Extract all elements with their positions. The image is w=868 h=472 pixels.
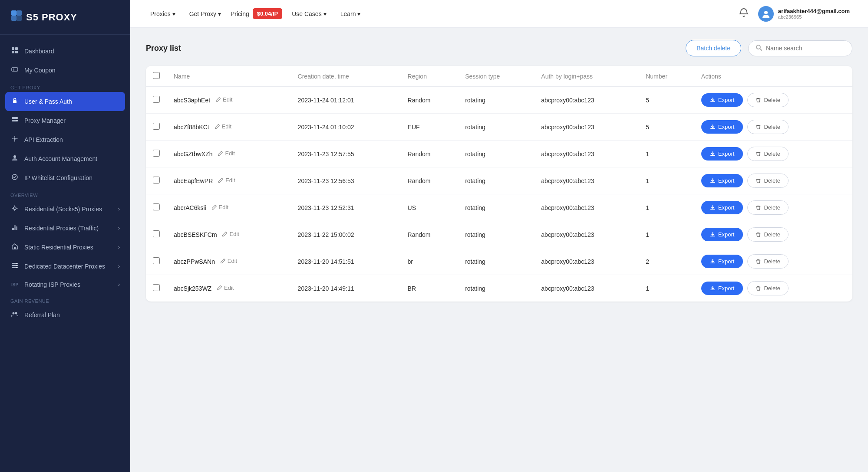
notification-bell-button[interactable]	[736, 4, 752, 23]
svg-rect-5	[15, 47, 18, 50]
delete-button-7[interactable]: Delete	[747, 281, 789, 295]
cell-session-2: rotating	[458, 141, 534, 167]
sidebar-item-rotating-isp[interactable]: ISP Rotating ISP Proxies ›	[0, 276, 130, 293]
delete-button-3[interactable]: Delete	[747, 174, 789, 188]
logo-icon	[10, 10, 23, 25]
sidebar-item-dedicated-datacenter[interactable]: Dedicated Datacenter Proxies ›	[0, 257, 130, 276]
nav-proxies-label: Proxies	[150, 10, 171, 17]
nav-use-cases[interactable]: Use Cases ▾	[286, 7, 332, 21]
export-button-7[interactable]: Export	[701, 282, 743, 295]
delete-button-0[interactable]: Delete	[747, 93, 789, 107]
table-row: abcBSESKFCm Edit 2023-11-22 15:00:02 Ran…	[146, 221, 852, 248]
user-menu-button[interactable]: arifaakhter444@gmail.com abc236965	[754, 3, 854, 24]
sidebar-item-referral[interactable]: Referral Plan	[0, 305, 130, 324]
row-checkbox-4[interactable]	[153, 203, 160, 210]
sidebar-item-ip-whitelist[interactable]: IP Whitelist Configuration	[0, 168, 130, 187]
search-icon	[756, 44, 762, 52]
cell-datetime-1: 2023-11-24 01:10:02	[291, 114, 401, 141]
delete-button-4[interactable]: Delete	[747, 200, 789, 215]
sidebar-item-residential-traffic[interactable]: Residential Proxies (Traffic) ›	[0, 219, 130, 238]
main-area: Proxies ▾ Get Proxy ▾ Pricing $0.04/IP U…	[130, 0, 868, 472]
edit-button-7[interactable]: Edit	[217, 285, 234, 291]
delete-button-6[interactable]: Delete	[747, 254, 789, 269]
cell-auth-4: abcproxy00:abc123	[534, 194, 639, 221]
api-icon	[10, 135, 19, 144]
cell-region-0: Random	[401, 87, 459, 114]
pricing-badge: $0.04/IP	[253, 8, 282, 19]
cell-datetime-2: 2023-11-23 12:57:55	[291, 141, 401, 167]
cell-auth-7: abcproxy00:abc123	[534, 275, 639, 302]
sidebar-item-api-extraction[interactable]: API Extraction	[0, 130, 130, 149]
sidebar-item-dashboard[interactable]: Dashboard	[0, 42, 130, 61]
user-id: abc236965	[778, 14, 850, 20]
delete-button-2[interactable]: Delete	[747, 147, 789, 161]
chevron-right-icon-4: ›	[118, 263, 120, 269]
cell-actions-0: Export Delete	[694, 87, 852, 114]
sidebar-item-proxy-manager[interactable]: Proxy Manager	[0, 111, 130, 130]
cell-number-3: 1	[639, 167, 694, 194]
cell-region-3: Random	[401, 167, 459, 194]
edit-button-6[interactable]: Edit	[220, 258, 237, 264]
nav-pricing[interactable]: Pricing $0.04/IP	[229, 8, 284, 19]
sidebar-item-my-coupon[interactable]: My Coupon	[0, 61, 130, 80]
proxy-name-5: abcBSESKFCm	[174, 231, 217, 238]
edit-button-2[interactable]: Edit	[218, 150, 234, 157]
svg-rect-7	[15, 51, 18, 53]
sidebar-item-dashboard-label: Dashboard	[24, 48, 54, 55]
search-input[interactable]	[766, 45, 845, 52]
cell-auth-2: abcproxy00:abc123	[534, 141, 639, 167]
cell-actions-7: Export Delete	[694, 275, 852, 302]
nav-learn[interactable]: Learn ▾	[334, 7, 367, 21]
sidebar-item-user-pass-auth[interactable]: User & Pass Auth	[5, 92, 125, 111]
delete-button-1[interactable]: Delete	[747, 120, 789, 134]
export-button-1[interactable]: Export	[701, 120, 743, 134]
section-label-overview: Overview	[0, 187, 130, 200]
export-button-2[interactable]: Export	[701, 147, 743, 161]
cell-datetime-7: 2023-11-20 14:49:11	[291, 275, 401, 302]
export-button-4[interactable]: Export	[701, 201, 743, 214]
delete-button-5[interactable]: Delete	[747, 227, 789, 242]
table-row: abcZf88bKCt Edit 2023-11-24 01:10:02 EUF…	[146, 114, 852, 141]
edit-button-3[interactable]: Edit	[218, 177, 235, 184]
edit-button-5[interactable]: Edit	[222, 231, 239, 237]
row-checkbox-6[interactable]	[153, 257, 160, 264]
edit-button-0[interactable]: Edit	[215, 96, 232, 103]
sidebar-item-auth-account[interactable]: Auth Account Management	[0, 149, 130, 168]
batch-delete-button[interactable]: Batch delete	[686, 40, 741, 56]
row-checkbox-0[interactable]	[153, 96, 160, 103]
table-row: abcEapfEwPR Edit 2023-11-23 12:56:53 Ran…	[146, 167, 852, 194]
edit-button-4[interactable]: Edit	[211, 204, 228, 210]
export-button-3[interactable]: Export	[701, 174, 743, 187]
row-checkbox-1[interactable]	[153, 123, 160, 130]
nav-pricing-label: Pricing	[231, 10, 249, 17]
select-all-checkbox[interactable]	[153, 72, 160, 79]
sidebar-item-residential-socks5[interactable]: Residential (Socks5) Proxies ›	[0, 200, 130, 219]
cell-region-1: EUF	[401, 114, 459, 141]
sidebar-item-ip-whitelist-label: IP Whitelist Configuration	[24, 174, 92, 181]
sidebar-item-static-residential[interactable]: Static Residential Proxies ›	[0, 238, 130, 257]
nav-proxies[interactable]: Proxies ▾	[144, 7, 182, 21]
row-checkbox-2[interactable]	[153, 150, 160, 157]
proxy-name-2: abcGZtbwXZh	[174, 151, 212, 157]
nav-get-proxy[interactable]: Get Proxy ▾	[183, 7, 227, 21]
learn-chevron-icon: ▾	[357, 10, 360, 17]
chevron-right-icon-2: ›	[118, 225, 120, 231]
row-checkbox-5[interactable]	[153, 230, 160, 237]
sidebar-item-dedicated-datacenter-label: Dedicated Datacenter Proxies	[24, 263, 105, 270]
export-button-6[interactable]: Export	[701, 255, 743, 268]
whitelist-icon	[10, 174, 19, 182]
edit-button-1[interactable]: Edit	[215, 123, 231, 130]
cell-region-6: br	[401, 248, 459, 275]
cell-region-7: BR	[401, 275, 459, 302]
table-body: abcS3aphEet Edit 2023-11-24 01:12:01 Ran…	[146, 87, 852, 302]
account-icon	[10, 154, 19, 163]
chevron-right-icon: ›	[118, 206, 120, 212]
row-checkbox-7[interactable]	[153, 284, 160, 291]
cell-datetime-4: 2023-11-23 12:52:31	[291, 194, 401, 221]
export-button-0[interactable]: Export	[701, 93, 743, 107]
row-checkbox-3[interactable]	[153, 177, 160, 184]
cell-region-5: Random	[401, 221, 459, 248]
search-box	[748, 40, 852, 56]
export-button-5[interactable]: Export	[701, 228, 743, 241]
svg-point-29	[13, 312, 15, 315]
